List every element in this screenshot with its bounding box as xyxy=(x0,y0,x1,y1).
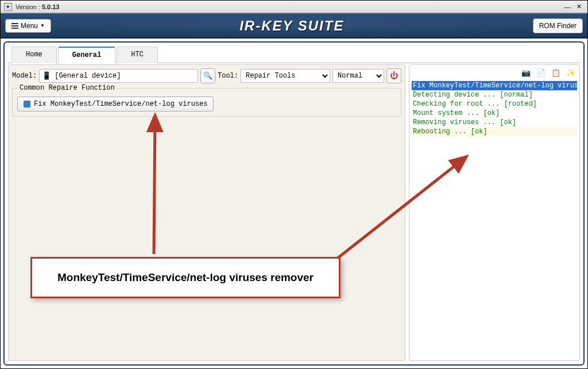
copy-log-button[interactable]: 📋 xyxy=(550,67,562,79)
tab-general[interactable]: General xyxy=(58,47,115,63)
copy-icon: 📋 xyxy=(551,68,560,77)
power-button[interactable]: ⏻ xyxy=(386,68,401,83)
save-icon: 📄 xyxy=(536,68,546,77)
app-icon: ✦ xyxy=(4,3,12,11)
callout-box: MonkeyTest/TimeService/net-log viruses r… xyxy=(30,257,341,298)
content-area: Home General HTC Model: 📱 [General devic… xyxy=(3,41,585,366)
titlebar-text: Version : 5.0.13 xyxy=(16,3,561,10)
model-input[interactable]: 📱 [General device] xyxy=(39,69,198,83)
log-line: Removing viruses ... [ok] xyxy=(412,118,577,127)
fix-viruses-button[interactable]: Fix MonkeyTest/TimeService/net-log virus… xyxy=(17,97,214,112)
model-value: [General device] xyxy=(55,72,121,80)
sparkle-icon: ✨ xyxy=(566,68,575,77)
screenshot-button[interactable]: 📷 xyxy=(520,67,532,79)
search-button[interactable]: 🔍 xyxy=(200,68,215,83)
search-icon: 🔍 xyxy=(203,71,212,80)
clear-log-button[interactable]: ✨ xyxy=(564,67,577,79)
phone-icon: 📱 xyxy=(42,71,51,80)
app-title: IR-KEY SUITE xyxy=(51,18,533,34)
repair-fieldset: Common Repaire Function Fix MonkeyTest/T… xyxy=(12,88,401,117)
tab-htc[interactable]: HTC xyxy=(117,47,158,63)
mode-select[interactable]: Normal xyxy=(332,69,384,83)
log-line: Mount system ... [ok] xyxy=(412,109,577,118)
titlebar: ✦ Version : 5.0.13 — ✕ xyxy=(1,1,587,13)
version-label: Version : xyxy=(16,3,40,10)
header-bar: Menu ▼ IR-KEY SUITE ROM Finder xyxy=(1,13,587,39)
version-number: 5.0.13 xyxy=(42,3,60,10)
power-icon: ⏻ xyxy=(390,71,398,80)
svg-line-1 xyxy=(338,156,467,258)
menu-label: Menu xyxy=(21,22,38,30)
rom-finder-button[interactable]: ROM Finder xyxy=(533,18,583,33)
tab-home[interactable]: Home xyxy=(11,47,57,63)
tool-label: Tool: xyxy=(218,72,238,80)
close-button[interactable]: ✕ xyxy=(574,3,584,11)
tabs: Home General HTC xyxy=(8,46,580,63)
log-line: Detecting device ... [normal] xyxy=(412,90,577,99)
save-log-button[interactable]: 📄 xyxy=(535,67,547,79)
minimize-button[interactable]: — xyxy=(562,3,572,11)
model-label: Model: xyxy=(12,72,37,80)
cube-icon xyxy=(24,101,30,107)
annotation-arrow-2 xyxy=(326,152,475,267)
log-line: Checking for root ... [rooted] xyxy=(412,99,577,109)
menu-button[interactable]: Menu ▼ xyxy=(5,19,51,33)
tool-select[interactable]: Repair Tools xyxy=(241,69,330,83)
log-line: Fix MonkeyTest/TimeService/net-log virus… xyxy=(412,81,577,90)
annotation-arrow-1 xyxy=(125,110,194,260)
toolbar: Model: 📱 [General device] 🔍 Tool: Repair… xyxy=(12,68,401,83)
fix-button-label: Fix MonkeyTest/TimeService/net-log virus… xyxy=(34,100,207,108)
hamburger-icon xyxy=(11,23,18,29)
svg-line-0 xyxy=(154,115,155,254)
fieldset-legend: Common Repaire Function xyxy=(17,84,117,92)
chevron-down-icon: ▼ xyxy=(40,23,45,28)
log-toolbar: 📷 📄 📋 ✨ xyxy=(409,65,579,81)
log-line: Rebooting ... [ok] xyxy=(412,127,577,136)
camera-icon: 📷 xyxy=(521,68,531,77)
